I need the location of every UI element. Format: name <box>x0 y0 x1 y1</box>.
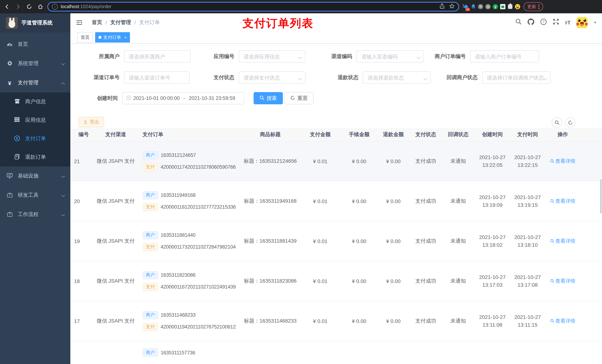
breadcrumb-home[interactable]: 首页 <box>92 19 102 26</box>
sidebar-item-system[interactable]: 系统管理 <box>0 54 70 73</box>
sidebar-item-label: 应用信息 <box>25 117 46 124</box>
cell-pay-order: 商户1635311157736 <box>139 348 243 357</box>
channel-order-no-input[interactable] <box>124 71 190 83</box>
cell-fee: ¥ 0.00 <box>343 221 376 261</box>
cell-title: 标题：1635311949168 <box>243 181 298 221</box>
sidebar-item-label: 工作流程 <box>18 211 39 218</box>
briefcase-icon <box>7 192 13 198</box>
browser-menu-icon[interactable] <box>538 5 539 9</box>
app-title: 芋道管理系统 <box>22 20 53 26</box>
refund-status-select[interactable] <box>363 71 430 83</box>
sidebar-item-label: 退款订单 <box>25 154 46 161</box>
sidebar-item-pay-order[interactable]: 支付订单 <box>0 129 70 148</box>
table-row[interactable]: 18 微信 JSAPI 支付 商户1635311823086 支付4200001… <box>70 261 602 301</box>
page-content: 所属商户 应用编号 渠道编码 商户订单编号 <box>70 44 602 364</box>
cell-pay-status: 支付成功 <box>411 181 441 221</box>
sidebar-item-infra[interactable]: 基础设施 <box>0 166 70 186</box>
table-row[interactable]: 19 微信 JSAPI 支付 商户1635311881440 支付4200001… <box>70 221 602 261</box>
cell-notify-status: 未通知 <box>441 261 476 301</box>
fullscreen-icon[interactable] <box>553 19 559 26</box>
share-icon[interactable] <box>440 3 445 10</box>
extension-record-icon[interactable] <box>485 4 491 10</box>
search-button[interactable]: 搜索 <box>254 92 283 104</box>
search-icon[interactable] <box>515 19 521 26</box>
filter-label-pay-status: 支付状态 <box>183 74 239 81</box>
cell-channel: 微信 JSAPI 支付 <box>93 301 139 341</box>
pay-tag: 支付 <box>142 283 158 291</box>
pay-status-select[interactable] <box>239 71 305 83</box>
page-scrollbar[interactable] <box>600 179 602 213</box>
app-no-select[interactable] <box>239 50 305 62</box>
table-row[interactable]: 17 微信 JSAPI 支付 商户1635311468233 支付4200001… <box>70 301 602 341</box>
github-icon[interactable] <box>527 18 534 26</box>
sidebar-item-home[interactable]: 首页 <box>0 35 70 54</box>
cell-amount: ¥ 0.01 <box>298 141 343 181</box>
sidebar-collapse-icon[interactable] <box>76 19 83 27</box>
sidebar-item-pay[interactable]: ¥ 支付管理 <box>0 73 70 93</box>
address-bar[interactable]: i localhost:1024/pay/order <box>47 2 459 11</box>
col-actions: 操作 <box>546 128 580 141</box>
cell-title: 标题：1635311823086 <box>243 261 298 301</box>
sidebar-item-app-info[interactable]: 应用信息 <box>0 111 70 129</box>
table-row[interactable]: 商户1635311157736 <box>70 341 602 364</box>
help-icon[interactable]: ? <box>540 18 547 26</box>
home-icon[interactable] <box>36 3 44 11</box>
sidebar-item-devtool[interactable]: 研发工具 <box>0 186 70 205</box>
channel-code-select[interactable] <box>356 50 424 62</box>
cell-refund: ¥ 0.00 <box>376 181 411 221</box>
extension-chat-icon[interactable] <box>500 4 506 10</box>
cell-notify-status: 未通知 <box>441 221 476 261</box>
view-detail-link[interactable]: 查看详情 <box>550 318 575 324</box>
font-size-icon[interactable]: тT <box>565 20 570 25</box>
merchant-input[interactable] <box>124 50 191 62</box>
col-notify-status: 回调状态 <box>441 128 476 141</box>
extension-y-icon[interactable]: y <box>492 4 498 10</box>
extensions-puzzle-icon[interactable] <box>507 4 513 10</box>
profile-emoji-icon[interactable] <box>515 4 521 10</box>
sidebar-logo[interactable]: 芋道管理系统 <box>0 13 70 32</box>
view-detail-link[interactable]: 查看详情 <box>550 238 575 244</box>
chrome-update-button[interactable]: 更新 <box>524 2 543 11</box>
extension-balloon-icon[interactable] <box>470 4 476 10</box>
cell-channel: 微信 JSAPI 支付 <box>93 221 139 261</box>
tag-close-icon[interactable]: × <box>124 35 127 40</box>
sidebar-item-refund-order[interactable]: 退款订单 <box>0 148 70 166</box>
avatar-caret-icon[interactable]: ▼ <box>593 21 597 24</box>
reload-icon[interactable] <box>25 3 33 11</box>
extension-command-icon[interactable]: ⌘ <box>478 4 484 10</box>
tag-home[interactable]: 首页 <box>77 32 93 42</box>
browser-toolbar: i localhost:1024/pay/order 10 ⌘ y 更新 <box>0 0 602 13</box>
forward-icon[interactable] <box>14 3 22 11</box>
table-row[interactable]: 21 微信 JSAPI 支付 商户1635312124657 支付4200001… <box>70 141 602 181</box>
breadcrumb-pay[interactable]: 支付管理 <box>110 19 131 26</box>
cell-paid: 2021-10-2713:18:10 <box>509 221 546 261</box>
toggle-search-button[interactable] <box>552 117 562 128</box>
bookmark-star-icon[interactable] <box>449 3 455 10</box>
create-time-separator: - <box>182 95 187 101</box>
sidebar-item-merchant-info[interactable]: 商户信息 <box>0 93 70 111</box>
filter-label-merchant: 所属商户 <box>70 53 124 60</box>
cell-paid: 2021-10-2713:11:15 <box>509 301 546 341</box>
view-detail-link[interactable]: 查看详情 <box>550 158 575 165</box>
table-row[interactable]: 20 微信 JSAPI 支付 商户1635311949168 支付4200001… <box>70 181 602 221</box>
extension-diamond-icon[interactable]: 10 <box>463 4 469 10</box>
view-detail-link[interactable]: 查看详情 <box>550 198 575 204</box>
filter-label-refund-status: 退款状态 <box>307 74 363 81</box>
back-icon[interactable] <box>3 3 11 11</box>
tags-view-bar: 首页 支付订单 × <box>70 31 602 44</box>
cell-paid: 2021-10-2713:17:08 <box>509 261 546 301</box>
refresh-table-button[interactable] <box>565 117 575 128</box>
filter-label-create-time: 创建时间 <box>70 95 122 102</box>
sidebar-item-workflow[interactable]: 工作流程 <box>0 205 70 224</box>
create-time-range-picker[interactable]: 2021-10-01 00:00:00 - 2021-10-31 23:59:5… <box>122 92 244 104</box>
merchant-order-no-input[interactable] <box>470 50 539 62</box>
cell-amount: ¥ 0.01 <box>298 261 343 301</box>
avatar[interactable] <box>576 17 588 28</box>
site-info-icon[interactable]: i <box>52 4 58 10</box>
briefcase-icon <box>7 211 13 218</box>
notify-status-select[interactable] <box>482 71 550 83</box>
tag-pay-order[interactable]: 支付订单 × <box>95 32 130 42</box>
export-button[interactable]: 导出 <box>78 117 104 127</box>
reset-button[interactable]: 重置 <box>284 92 314 104</box>
view-detail-link[interactable]: 查看详情 <box>550 278 575 284</box>
